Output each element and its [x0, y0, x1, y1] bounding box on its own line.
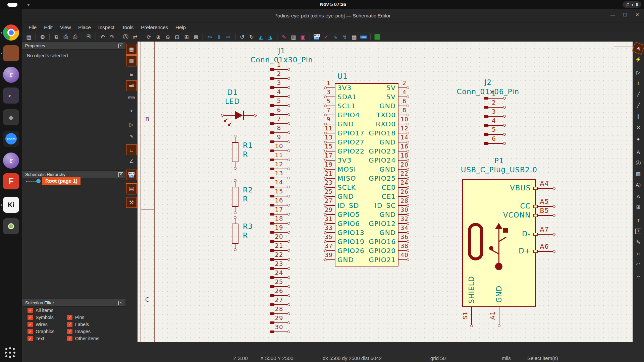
- menu-edit[interactable]: Edit: [40, 23, 56, 32]
- zoom-in-icon[interactable]: ⊕: [154, 33, 163, 41]
- measure-icon[interactable]: ↔: [634, 271, 643, 280]
- nav-back-icon[interactable]: ⇦: [205, 33, 214, 41]
- j2-reference[interactable]: J2: [448, 78, 528, 86]
- menu-file[interactable]: File: [25, 23, 40, 32]
- kicad-icon[interactable]: Ki: [3, 197, 19, 213]
- checkbox-icon[interactable]: ✓: [67, 329, 72, 334]
- software-center-icon[interactable]: [3, 218, 19, 234]
- system-tray[interactable]: ⇵ ◖ ▮: [623, 1, 641, 8]
- r1-reference[interactable]: R1: [243, 141, 253, 149]
- units-mm-icon[interactable]: mm: [126, 92, 137, 102]
- text-icon[interactable]: A: [634, 191, 643, 201]
- units-inches-icon[interactable]: in: [126, 69, 137, 79]
- find-icon[interactable]: Ⓐ: [121, 33, 130, 41]
- plot-icon[interactable]: ⎙: [71, 33, 79, 41]
- filter-images[interactable]: ✓Images: [67, 329, 121, 334]
- zoom-selection-icon[interactable]: ⊠: [192, 33, 200, 41]
- pin-line[interactable]: [398, 187, 407, 188]
- root-sheet-label[interactable]: Root (page 1): [42, 177, 80, 185]
- draw-circle-icon[interactable]: ○: [634, 249, 643, 258]
- bus-entry-icon[interactable]: ∥: [634, 112, 643, 121]
- annotate-auto-icon[interactable]: R??R42: [126, 170, 137, 180]
- menu-view[interactable]: View: [56, 23, 74, 32]
- symbol-fields-table-icon[interactable]: ▦: [350, 33, 359, 41]
- select-tool-icon[interactable]: ➤: [632, 42, 644, 54]
- footprint-assign-icon[interactable]: ▣: [299, 33, 307, 41]
- annotate-icon[interactable]: R??R42: [312, 33, 321, 41]
- pin-line[interactable]: [398, 87, 407, 88]
- zoom-out-icon[interactable]: ⊖: [163, 33, 172, 41]
- d1-reference[interactable]: D1: [212, 88, 253, 97]
- pin-line[interactable]: [398, 124, 407, 124]
- files-icon[interactable]: [3, 45, 19, 61]
- print-icon[interactable]: ⎙: [61, 33, 70, 41]
- u1-reference[interactable]: U1: [337, 72, 348, 80]
- r1-value[interactable]: R: [243, 150, 248, 159]
- pin-line[interactable]: [398, 115, 407, 115]
- pin-line[interactable]: [327, 97, 335, 97]
- r2-reference[interactable]: R2: [243, 186, 253, 194]
- p1-reference[interactable]: P1: [449, 157, 549, 165]
- text-box-icon[interactable]: T: [634, 227, 643, 236]
- hier-sheet-icon[interactable]: ⊞: [634, 202, 643, 212]
- pin-line[interactable]: [398, 250, 407, 251]
- pin-line[interactable]: [327, 205, 335, 206]
- bus-tool-icon[interactable]: ╱: [634, 101, 643, 110]
- d1-value[interactable]: LED: [212, 98, 253, 106]
- find-replace-icon[interactable]: ⇄: [131, 33, 140, 41]
- emacs-icon[interactable]: ε: [3, 67, 19, 83]
- close-icon[interactable]: ✕: [118, 172, 123, 177]
- checkbox-icon[interactable]: ✓: [28, 315, 33, 320]
- pin-line[interactable]: [327, 151, 335, 152]
- nav-up-icon[interactable]: ⇧: [215, 33, 223, 41]
- units-setting[interactable]: mils: [502, 355, 511, 361]
- pin-line[interactable]: [536, 251, 553, 252]
- close-icon[interactable]: ✕: [118, 301, 123, 305]
- hierarchy-panel-icon[interactable]: ▤: [126, 184, 137, 194]
- pin-line[interactable]: [398, 205, 407, 206]
- draw-arc-icon[interactable]: ◠: [634, 260, 643, 269]
- pin-line[interactable]: [327, 142, 335, 142]
- hier-label-icon[interactable]: A⟩: [634, 180, 643, 190]
- bom-export-icon[interactable]: .bom: [359, 33, 368, 41]
- emacs-alt-icon[interactable]: ε: [3, 153, 19, 169]
- mirror-h-icon[interactable]: ◮: [266, 33, 275, 41]
- zoom-fit-icon[interactable]: ⊡: [173, 33, 181, 41]
- r2-value[interactable]: R: [243, 195, 248, 203]
- menu-inspect[interactable]: Inspect: [95, 23, 118, 32]
- checkbox-icon[interactable]: ✓: [67, 315, 72, 320]
- save-icon[interactable]: ▤: [24, 33, 33, 41]
- nav-forward-icon[interactable]: ⇨: [224, 33, 233, 41]
- cube-app-icon[interactable]: ◆: [3, 109, 19, 125]
- filter-graphics[interactable]: ✓Graphics: [28, 329, 67, 334]
- redo-icon[interactable]: ↷: [108, 33, 116, 41]
- pin-line[interactable]: [536, 215, 553, 216]
- pin-line[interactable]: [398, 97, 407, 97]
- rotate-cw-icon[interactable]: ↻: [247, 33, 256, 41]
- mirror-v-icon[interactable]: ◭: [257, 33, 265, 41]
- pin-line[interactable]: [398, 196, 407, 197]
- activities-indicator[interactable]: [7, 3, 17, 7]
- filter-wires[interactable]: ✓Wires: [28, 322, 67, 327]
- grid-overrides-icon[interactable]: ▨: [126, 56, 137, 66]
- pin-line[interactable]: [398, 241, 407, 242]
- draw-line-icon[interactable]: ✎: [634, 238, 643, 247]
- text-tool-icon[interactable]: T: [634, 216, 643, 225]
- place-power-icon[interactable]: ⊥: [634, 79, 643, 88]
- grid-setting[interactable]: grid 50: [430, 355, 446, 361]
- checkbox-icon[interactable]: ✓: [28, 322, 33, 327]
- units-mils-icon[interactable]: mil: [126, 81, 137, 91]
- pin-line[interactable]: [398, 178, 407, 179]
- filter-symbols[interactable]: ✓Symbols: [28, 315, 67, 320]
- pin-line[interactable]: [327, 169, 335, 170]
- schematic-setup-icon[interactable]: ⚙: [38, 33, 47, 41]
- junction-icon[interactable]: ●: [634, 134, 643, 143]
- wire-tool-icon[interactable]: ╱: [634, 90, 643, 99]
- checkbox-icon[interactable]: ✓: [28, 308, 33, 313]
- pin-line[interactable]: [327, 214, 335, 215]
- schematic-canvas[interactable]: B C J1 Conn_01x30_Pin D1 LED ↙ ↙ R1 R R2…: [138, 42, 633, 342]
- menu-help[interactable]: Help: [172, 23, 190, 32]
- pin-line[interactable]: [327, 178, 335, 179]
- sim-probe-icon[interactable]: ↯: [340, 33, 349, 41]
- chrome-icon[interactable]: [3, 24, 19, 41]
